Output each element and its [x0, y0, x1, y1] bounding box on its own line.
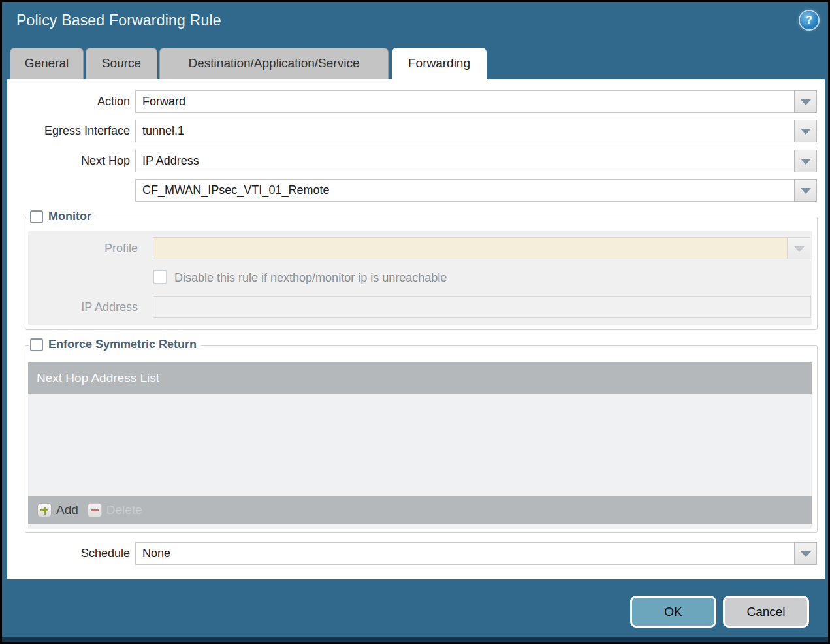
enforce-symmetric-return-label: Enforce Symmetric Return	[48, 338, 197, 351]
delete-button: Delete	[88, 503, 142, 517]
tab-destination-application-service[interactable]: Destination/Application/Service	[159, 48, 389, 79]
add-button[interactable]: Add	[37, 503, 78, 517]
disable-rule-label: Disable this rule if nexthop/monitor ip …	[174, 270, 447, 285]
egress-interface-label: Egress Interface	[7, 120, 130, 142]
tab-forwarding[interactable]: Forwarding	[392, 48, 487, 79]
schedule-dropdown-button[interactable]	[794, 542, 817, 565]
monitor-checkbox[interactable]	[30, 210, 43, 223]
chevron-down-icon	[801, 129, 811, 135]
monitor-label: Monitor	[48, 210, 91, 223]
next-hop-type-select[interactable]: IP Address	[135, 150, 795, 172]
monitor-group: Monitor Profile Disable this rule if nex…	[25, 217, 818, 330]
dialog-title: Policy Based Forwarding Rule	[16, 12, 221, 29]
profile-select	[153, 237, 788, 259]
pbf-rule-dialog: Policy Based Forwarding Rule ? General S…	[0, 0, 830, 644]
profile-dropdown-button	[788, 237, 810, 259]
egress-interface-select[interactable]: tunnel.1	[135, 120, 795, 142]
tab-source[interactable]: Source	[86, 48, 157, 79]
next-hop-address-list-body[interactable]	[28, 394, 812, 496]
chevron-down-icon	[801, 551, 811, 557]
minus-icon	[88, 503, 102, 517]
chevron-down-icon	[794, 246, 805, 252]
delete-button-label: Delete	[106, 503, 142, 517]
chevron-down-icon	[801, 99, 811, 105]
schedule-label: Schedule	[7, 542, 130, 565]
help-icon[interactable]: ?	[800, 11, 818, 29]
next-hop-address-list-header[interactable]: Next Hop Address List	[28, 362, 812, 394]
chevron-down-icon	[801, 159, 811, 165]
disable-rule-checkbox	[153, 270, 167, 284]
monitor-legend: Monitor	[29, 210, 96, 223]
next-hop-address-dropdown-button[interactable]	[794, 179, 817, 202]
action-select[interactable]: Forward	[135, 90, 795, 113]
cancel-button[interactable]: Cancel	[723, 596, 809, 628]
next-hop-type-dropdown-button[interactable]	[794, 150, 817, 172]
chevron-down-icon	[801, 188, 811, 194]
symmetric-return-legend: Enforce Symmetric Return	[29, 338, 201, 351]
next-hop-address-table: Next Hop Address List Add Delete	[28, 362, 812, 529]
next-hop-address-select[interactable]: CF_MWAN_IPsec_VTI_01_Remote	[135, 179, 795, 202]
next-hop-label: Next Hop	[7, 150, 130, 172]
symmetric-return-group: Enforce Symmetric Return Next Hop Addres…	[25, 345, 818, 533]
table-toolbar: Add Delete	[28, 496, 812, 524]
ok-button[interactable]: OK	[630, 596, 716, 628]
enforce-symmetric-return-checkbox[interactable]	[30, 338, 43, 351]
bottom-accent-strip	[2, 637, 828, 642]
schedule-select[interactable]: None	[135, 542, 795, 565]
forwarding-tab-panel: Action Forward Egress Interface tunnel.1…	[7, 79, 825, 579]
tab-general[interactable]: General	[10, 48, 84, 79]
egress-interface-dropdown-button[interactable]	[794, 120, 817, 142]
action-label: Action	[7, 90, 130, 113]
action-dropdown-button[interactable]	[794, 90, 817, 113]
plus-icon	[37, 503, 52, 517]
add-button-label: Add	[56, 503, 78, 517]
profile-label: Profile	[25, 237, 138, 259]
monitor-ip-address-input	[153, 296, 811, 318]
monitor-ip-address-label: IP Address	[25, 296, 138, 318]
